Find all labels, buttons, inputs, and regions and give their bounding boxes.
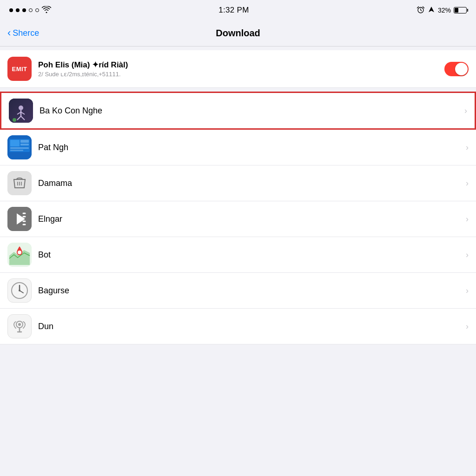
status-time: 1:32 PM (218, 6, 249, 15)
list-item[interactable]: Pat Ngh › (0, 130, 476, 165)
chevron-icon: › (466, 214, 469, 224)
emit-app-icon: EMIT (7, 57, 32, 81)
page-title: Download (216, 28, 260, 39)
bot-app-icon (7, 243, 32, 267)
bot-label: Bot (38, 250, 459, 260)
list-item[interactable]: Damama › (0, 165, 476, 201)
svg-point-32 (19, 290, 20, 291)
bagurse-label: Bagurse (38, 286, 459, 296)
toggle-section: EMIT Poh Elis (Mia) ✦ríd Riàl) 2/ Sude ʟ… (0, 50, 476, 88)
toggle-switch[interactable] (444, 62, 469, 76)
list-item[interactable]: Elngar › (0, 201, 476, 237)
back-button[interactable]: ‹ Sherce (7, 28, 39, 38)
status-right: 32% (416, 6, 467, 15)
elngar-app-icon (7, 207, 32, 231)
dun-app-icon (7, 314, 32, 338)
navigation-icon (428, 6, 435, 15)
svg-point-9 (13, 118, 16, 122)
battery-percent: 32% (438, 7, 451, 14)
list-item[interactable]: Dun › (0, 309, 476, 344)
chevron-icon: › (466, 178, 469, 188)
navigation-bar: ‹ Sherce Download (0, 20, 476, 46)
damama-app-icon (7, 171, 32, 195)
elngar-label: Elngar (38, 214, 459, 224)
toggle-title: Poh Elis (Mia) ✦ríd Riàl) (38, 60, 438, 70)
chevron-icon: › (464, 106, 467, 116)
signal-dot-4 (29, 8, 33, 12)
damama-label: Damama (38, 178, 459, 188)
battery-fill (455, 8, 458, 13)
back-chevron-icon: ‹ (7, 28, 11, 38)
patngh-label: Pat Ngh (38, 143, 459, 152)
toggle-text-block: Poh Elis (Mia) ✦ríd Riàl) 2/ Sude ʟɛ/2ms… (38, 60, 438, 78)
chevron-icon: › (466, 143, 469, 152)
svg-rect-12 (10, 140, 20, 146)
patngh-app-icon (7, 135, 32, 159)
svg-point-28 (18, 251, 21, 254)
bako-label: Ba Ko Con Nghe (40, 106, 458, 116)
back-label: Sherce (13, 28, 39, 38)
svg-point-34 (18, 323, 21, 326)
wifi-icon (42, 6, 51, 15)
list-item[interactable]: Ba Ko Con Nghe › (0, 92, 476, 130)
bako-app-icon (9, 99, 33, 123)
toggle-row[interactable]: EMIT Poh Elis (Mia) ✦ríd Riàl) 2/ Sude ʟ… (0, 50, 476, 88)
alarm-icon (416, 6, 425, 15)
chevron-icon: › (466, 322, 469, 331)
dun-label: Dun (38, 322, 459, 331)
signal-indicators (9, 6, 51, 15)
svg-rect-15 (10, 147, 29, 149)
chevron-icon: › (466, 250, 469, 260)
battery-icon (454, 7, 467, 13)
signal-dot-5 (35, 8, 39, 12)
signal-dot-2 (16, 8, 20, 12)
svg-point-3 (19, 106, 23, 110)
list-item[interactable]: Bot › (0, 237, 476, 273)
signal-dot-3 (22, 8, 26, 12)
signal-dot-1 (9, 8, 13, 12)
status-bar: 1:32 PM 32% (0, 0, 476, 20)
svg-rect-16 (10, 150, 23, 151)
svg-rect-13 (20, 140, 29, 143)
svg-rect-14 (20, 144, 29, 145)
bagurse-app-icon (7, 278, 32, 303)
list-item[interactable]: Bagurse › (0, 273, 476, 309)
toggle-subtitle: 2/ Sude ʟɛ/2ms,ɪténic,+51111. (38, 71, 438, 78)
battery-indicator (454, 7, 467, 13)
chevron-icon: › (466, 286, 469, 296)
list-section: Ba Ko Con Nghe › Pat Ngh › (0, 92, 476, 344)
